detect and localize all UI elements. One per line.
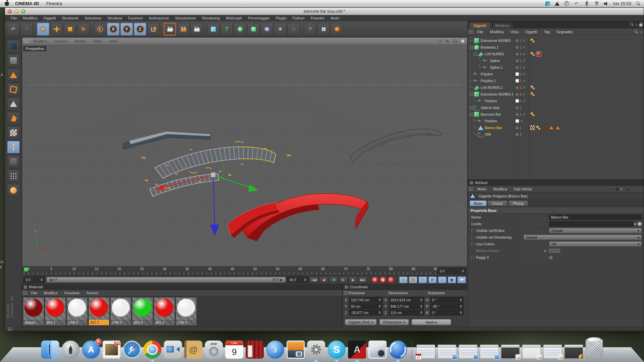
lock-y-axis-button[interactable]: Y — [120, 23, 133, 36]
points-mode-button[interactable] — [7, 69, 20, 81]
vp-menu-camere[interactable]: Camere — [51, 39, 71, 43]
live-selection-tool[interactable] — [37, 23, 49, 36]
photo-booth-icon[interactable] — [246, 341, 264, 359]
material-tag-icon[interactable] — [536, 51, 541, 57]
menu-oggetti[interactable]: Oggetti — [40, 16, 59, 20]
ik-mode-button[interactable] — [7, 155, 20, 168]
content-browser-button[interactable] — [331, 23, 343, 36]
lock-icon[interactable] — [639, 24, 642, 26]
key-checkbox[interactable] — [471, 229, 474, 232]
om-menu-file[interactable]: File — [474, 30, 487, 34]
om-menu-vista[interactable]: Vista — [507, 30, 522, 34]
key-rotation-toggle[interactable]: ↻ — [419, 277, 427, 283]
model-mode-button[interactable] — [7, 54, 20, 67]
current-frame-field[interactable]: 0 F — [23, 277, 45, 283]
attr-menu-modo[interactable]: Modo — [474, 187, 490, 191]
apply-button[interactable]: Applica — [412, 319, 451, 325]
object-row[interactable]: Polyline ✓ — [468, 118, 644, 124]
key-checkbox[interactable] — [471, 243, 474, 245]
search-icon[interactable] — [632, 187, 636, 191]
panel-grip[interactable] — [343, 291, 348, 295]
mat-menu-modifica[interactable]: Modifica — [41, 291, 61, 295]
close-button[interactable] — [8, 9, 12, 13]
minimized-window-thumb[interactable] — [480, 345, 499, 359]
add-modeling-object-button[interactable] — [247, 23, 260, 36]
coordinate-tag-icon[interactable] — [530, 85, 535, 89]
render-settings-button[interactable] — [191, 23, 203, 36]
menu-plugin[interactable]: Plugin — [273, 16, 289, 20]
viewport-pan-icon[interactable]: + — [437, 39, 443, 44]
bluetooth-icon[interactable] — [584, 1, 589, 6]
menu-struttura[interactable]: Struttura — [104, 16, 125, 20]
menu-simulazione[interactable]: Simulazione — [172, 16, 199, 20]
material-item-selected[interactable]: ACI 1 — [89, 297, 109, 325]
color-swatch[interactable] — [549, 249, 560, 253]
material-item[interactable]: ACI 1 — [45, 297, 66, 325]
rot-h-field[interactable]: 0 ° — [430, 297, 464, 303]
apple-menu-icon[interactable] — [5, 1, 9, 6]
menu-funzioni[interactable]: Funzioni — [125, 16, 146, 20]
usa-colore-dropdown[interactable]: Off▾ — [549, 241, 642, 247]
app-indicator-icon[interactable]: D — [564, 1, 569, 6]
layer-expand-icon[interactable]: ▶ — [634, 222, 637, 226]
zoom-button[interactable] — [21, 9, 25, 13]
itunes-icon[interactable]: ♪ — [266, 341, 284, 359]
om-menu-tag[interactable]: Tag — [540, 30, 553, 34]
pos-z-field[interactable]: -28.877 cm — [349, 310, 382, 315]
tab-coord[interactable]: Coord. — [488, 200, 507, 206]
add-primitive-button[interactable] — [207, 23, 219, 36]
materials-panel-header[interactable]: Materiali — [22, 284, 342, 290]
size-z-field[interactable]: 110 cm — [389, 310, 424, 315]
viewport-zoom-icon[interactable] — [452, 39, 458, 44]
minimized-window-thumb[interactable] — [438, 345, 457, 359]
layer-browser-icon[interactable] — [638, 222, 642, 226]
contacts-icon[interactable]: @ — [184, 341, 203, 359]
play-button[interactable]: ▶ — [339, 277, 347, 283]
globe-app-icon[interactable] — [389, 341, 407, 359]
next-frame-button[interactable]: |▶ — [349, 277, 357, 283]
spotlight-icon[interactable] — [636, 2, 640, 6]
timeline-ruler[interactable]: 0 5 10 15 20 25 30 35 40 45 50 — [22, 266, 468, 275]
tab-struttura[interactable]: Struttura — [491, 22, 513, 28]
texture-mode-button[interactable] — [7, 112, 20, 125]
om-menu-oggetti[interactable]: Oggetti — [522, 30, 540, 34]
object-row[interactable]: − Loft NURBS ✓ — [468, 51, 644, 57]
material-item[interactable]: LYR 0 — [67, 297, 88, 325]
frame-range-slider[interactable]: ◀ 0 F 90 F ▶ — [46, 277, 286, 283]
last-tool-button[interactable] — [94, 23, 106, 36]
system-preferences-icon[interactable] — [307, 341, 325, 359]
material-item[interactable]: LYR 0 — [176, 297, 197, 325]
key-pla-toggle[interactable]: ∷ — [438, 277, 446, 283]
material-item[interactable]: LYR 0 — [110, 297, 131, 325]
rot-b-field[interactable]: 0 ° — [430, 310, 464, 315]
record-keyframe-button[interactable]: ● — [372, 277, 378, 283]
object-row[interactable]: Polyline ✓ — [468, 98, 644, 104]
minimized-window-thumb[interactable] — [565, 345, 583, 359]
help-tool-button[interactable]: ? — [304, 23, 316, 36]
object-row[interactable]: Polyline.1 ✓ — [468, 77, 644, 84]
menubar-app-name[interactable]: CINEMA 4D — [15, 1, 39, 6]
pos-y-field[interactable]: 55 cm — [349, 303, 382, 309]
key-scale-toggle[interactable] — [409, 277, 417, 283]
polygon-selection-tag-icon[interactable] — [549, 126, 553, 129]
menu-modifica[interactable]: Modifica — [20, 16, 41, 20]
window-titlebar[interactable]: bancone bar luca.c4d * — [5, 8, 644, 15]
visibile-rendering-dropdown[interactable]: Default▾ — [524, 235, 642, 240]
media-app-icon[interactable] — [369, 341, 387, 359]
menubar-item-finestra[interactable]: Finestra — [46, 1, 62, 6]
expand-triangle-icon[interactable]: ▶ — [544, 249, 547, 252]
polygons-mode-button[interactable] — [7, 98, 20, 110]
minimized-window-thumb[interactable] — [543, 345, 562, 359]
mail-icon[interactable]: 72 — [103, 341, 121, 359]
home-icon[interactable]: ⌂ — [640, 30, 642, 34]
menu-mograph[interactable]: MoGraph — [223, 16, 245, 20]
object-row-selected[interactable]: Banco Bar — [468, 124, 644, 131]
ical-icon[interactable]: LUG9 — [225, 341, 244, 359]
tab-base[interactable]: Base — [470, 200, 487, 206]
vp-menu-vista[interactable]: Vista — [105, 39, 121, 43]
dvd-player-icon[interactable]: DVD — [205, 341, 223, 359]
object-row[interactable]: Estrusione NURBS ✓ — [468, 37, 644, 44]
skype-icon[interactable]: S — [328, 341, 346, 359]
coordinate-tag-icon[interactable] — [530, 52, 535, 56]
goto-start-button[interactable]: |◀◀ — [310, 277, 318, 283]
